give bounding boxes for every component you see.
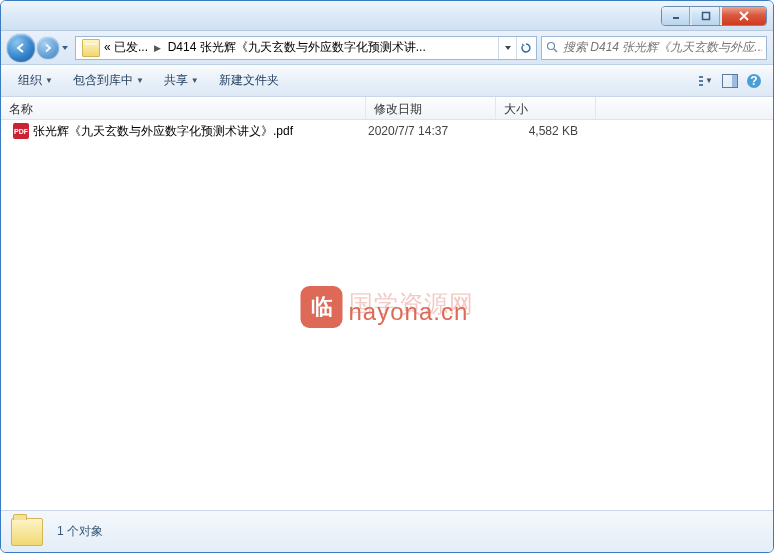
column-date[interactable]: 修改日期: [366, 97, 496, 119]
status-bar: 1 个对象: [1, 510, 773, 552]
back-button[interactable]: [7, 34, 35, 62]
preview-pane-button[interactable]: [719, 70, 741, 92]
svg-rect-5: [699, 80, 703, 82]
column-size[interactable]: 大小: [496, 97, 596, 119]
svg-rect-8: [732, 75, 737, 87]
share-button[interactable]: 共享▼: [155, 67, 208, 94]
maximize-button[interactable]: [692, 7, 720, 25]
watermark: 临 国学资源网 nayona.cn: [301, 286, 474, 328]
new-folder-button[interactable]: 新建文件夹: [210, 67, 288, 94]
command-bar: 组织▼ 包含到库中▼ 共享▼ 新建文件夹 ▼ ?: [1, 65, 773, 97]
help-button[interactable]: ?: [743, 70, 765, 92]
file-date: 2020/7/7 14:37: [368, 124, 498, 138]
history-dropdown[interactable]: [59, 44, 71, 52]
close-button[interactable]: [722, 7, 766, 25]
svg-point-2: [548, 43, 555, 50]
titlebar: [1, 1, 773, 31]
window-controls: [661, 6, 767, 26]
folder-icon: [82, 39, 100, 57]
file-name: 张光辉《九天玄数与外应数字化预测术讲义》.pdf: [33, 123, 368, 140]
column-name[interactable]: 名称: [1, 97, 366, 119]
folder-icon: [11, 518, 43, 546]
breadcrumb[interactable]: « 已发... ▶ D414 张光辉《九天玄数与外应数字化预测术讲...: [104, 39, 498, 56]
search-placeholder: 搜索 D414 张光辉《九天玄数与外应...: [563, 39, 762, 56]
breadcrumb-current[interactable]: D414 张光辉《九天玄数与外应数字化预测术讲...: [168, 40, 426, 54]
refresh-button[interactable]: [516, 37, 534, 59]
explorer-window: « 已发... ▶ D414 张光辉《九天玄数与外应数字化预测术讲... 搜索 …: [0, 0, 774, 553]
svg-rect-1: [702, 12, 709, 19]
svg-rect-4: [699, 76, 703, 78]
chevron-right-icon: ▶: [154, 43, 161, 53]
breadcrumb-prefix[interactable]: « 已发...: [104, 40, 148, 54]
organize-button[interactable]: 组织▼: [9, 67, 62, 94]
list-item[interactable]: PDF 张光辉《九天玄数与外应数字化预测术讲义》.pdf 2020/7/7 14…: [1, 120, 773, 142]
column-headers: 名称 修改日期 大小: [1, 97, 773, 120]
search-input[interactable]: 搜索 D414 张光辉《九天玄数与外应...: [541, 36, 767, 60]
forward-button[interactable]: [37, 37, 59, 59]
svg-rect-6: [699, 84, 703, 86]
include-library-button[interactable]: 包含到库中▼: [64, 67, 153, 94]
navigation-bar: « 已发... ▶ D414 张光辉《九天玄数与外应数字化预测术讲... 搜索 …: [1, 31, 773, 65]
address-bar[interactable]: « 已发... ▶ D414 张光辉《九天玄数与外应数字化预测术讲...: [75, 36, 537, 60]
status-text: 1 个对象: [57, 523, 103, 540]
minimize-button[interactable]: [662, 7, 690, 25]
file-size: 4,582 KB: [498, 124, 598, 138]
address-dropdown[interactable]: [498, 37, 516, 59]
search-icon: [546, 41, 559, 54]
view-options-button[interactable]: ▼: [695, 70, 717, 92]
file-list[interactable]: PDF 张光辉《九天玄数与外应数字化预测术讲义》.pdf 2020/7/7 14…: [1, 120, 773, 510]
svg-line-3: [554, 49, 557, 52]
pdf-icon: PDF: [13, 123, 29, 139]
svg-text:?: ?: [750, 74, 757, 88]
